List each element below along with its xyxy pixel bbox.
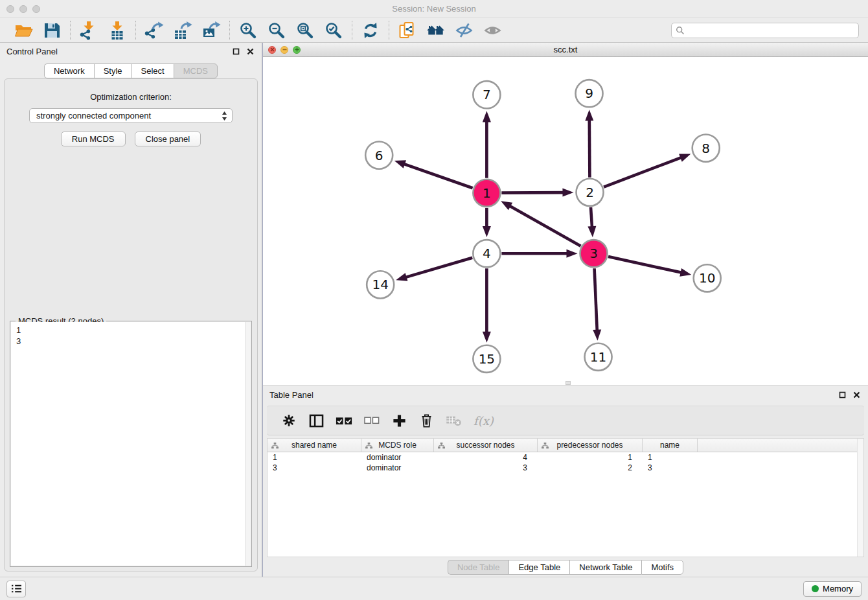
titlebar: Session: New Session [0,0,868,18]
close-panel-icon[interactable] [245,46,255,56]
zoom-fit-icon[interactable] [295,20,315,41]
table-cell[interactable]: dominator [361,452,434,463]
graph-node-8[interactable] [692,134,720,161]
graph-node-7[interactable] [473,81,500,108]
import-table-icon[interactable] [107,20,128,41]
toolbar-separator [352,21,352,40]
panel-mode-icon[interactable] [308,412,324,429]
canvas-resize-grip[interactable] [565,381,571,385]
graph-node-4[interactable] [473,240,500,267]
graph-edge-4-14[interactable] [405,258,473,277]
table-cell[interactable]: 3 [643,463,698,473]
main-toolbar [0,18,868,43]
toolbar-group [137,20,228,41]
table-cell[interactable]: 1 [538,452,643,463]
graph-edge-3-11[interactable] [595,268,597,330]
import-network-icon[interactable] [78,20,99,41]
network-graph: 7968124314101511 [263,57,868,386]
open-file-icon[interactable] [13,20,34,41]
toolbar-group [72,20,134,41]
table-row[interactable]: 3dominator323 [268,463,863,473]
tab-style[interactable]: Style [94,63,131,78]
table-cell[interactable]: 1 [268,452,361,463]
zoom-out-icon[interactable] [266,20,287,41]
column-header-name[interactable]: name [643,439,698,452]
table-scrollbar[interactable] [857,439,863,557]
delete-column-icon[interactable] [418,412,434,429]
table-panel-header: Table Panel [263,386,868,403]
table-cell[interactable]: 1 [643,452,698,463]
copy-network-icon[interactable] [397,20,418,41]
home-layout-icon[interactable] [426,20,446,41]
table-cell[interactable]: 2 [538,463,643,473]
create-column-icon[interactable] [391,412,407,429]
column-header-MCDS-role[interactable]: MCDS role [361,439,434,452]
criterion-select[interactable]: strongly connected component [29,108,233,123]
tab-mcds[interactable]: MCDS [174,63,218,78]
close-table-panel-icon[interactable] [851,389,862,400]
graph-node-2[interactable] [577,179,604,206]
refresh-view-icon[interactable] [360,20,381,41]
graph-edge-arrow-icon [679,154,691,161]
column-header-shared-name[interactable]: shared name [268,439,361,452]
save-session-icon[interactable] [41,20,62,41]
result-scrollbar[interactable] [245,322,251,566]
column-settings-icon[interactable] [281,412,297,429]
control-panel-title: Control Panel [6,47,227,56]
zoom-selected-icon[interactable] [323,20,344,41]
export-network-icon[interactable] [144,20,165,41]
graph-node-9[interactable] [576,80,603,107]
tab-select[interactable]: Select [131,63,174,78]
graph-node-1[interactable] [473,179,500,207]
window-title: Session: New Session [0,4,868,14]
main-region: Control Panel NetworkStyleSelectMCDS Opt… [0,43,868,577]
tab-motifs[interactable]: Motifs [641,560,683,575]
tab-network-table[interactable]: Network Table [569,560,641,575]
float-table-panel-icon[interactable] [837,389,847,400]
table-cell[interactable]: 3 [434,463,538,473]
export-image-icon[interactable] [201,20,222,41]
graph-node-14[interactable] [367,271,394,298]
search-input[interactable] [671,23,859,38]
export-table-icon[interactable] [172,20,193,41]
tab-network[interactable]: Network [44,63,94,78]
table-row[interactable]: 1dominator411 [268,452,863,463]
network-canvas[interactable]: 7968124314101511 [263,57,868,386]
graph-edge-3-1[interactable] [509,206,580,246]
column-sort-icon [542,442,549,451]
memory-button[interactable]: Memory [803,581,862,597]
graph-node-10[interactable] [694,264,721,292]
show-columns-icon[interactable] [336,412,352,429]
control-panel-header: Control Panel [0,43,262,60]
column-header-successor-nodes[interactable]: successor nodes [434,439,538,452]
graph-edge-2-3[interactable] [591,207,592,227]
toolbar-groups [6,20,510,41]
graph-node-11[interactable] [585,343,612,371]
column-header-predecessor-nodes[interactable]: predecessor nodes [538,439,643,452]
graph-edge-1-2[interactable] [501,192,564,193]
graph-edge-2-8[interactable] [604,157,681,187]
table-cell[interactable]: 4 [434,452,538,463]
mcds-buttons-row: Run MCDS Close panel [5,132,257,146]
run-mcds-button[interactable]: Run MCDS [61,132,126,146]
graph-node-6[interactable] [365,142,393,169]
show-graphics-details-icon[interactable] [454,20,475,41]
graph-node-3[interactable] [580,240,608,267]
graph-edge-3-10[interactable] [608,257,682,273]
task-history-icon[interactable] [6,581,26,597]
tab-node-table[interactable]: Node Table [448,560,509,575]
close-panel-button[interactable]: Close panel [135,132,201,146]
mcds-result-text[interactable]: 1 3 [11,322,251,566]
criterion-value: strongly connected component [36,111,151,121]
graph-edge-2-9[interactable] [589,119,590,177]
graph-edge-arrow-icon [501,201,512,210]
memory-label: Memory [823,584,853,594]
table-cell[interactable]: dominator [361,463,434,473]
table-cell[interactable]: 3 [268,463,361,473]
graph-node-15[interactable] [473,345,500,373]
tab-edge-table[interactable]: Edge Table [508,560,569,575]
graph-edge-1-6[interactable] [404,164,473,188]
zoom-in-icon[interactable] [238,20,258,41]
hide-columns-icon[interactable] [364,412,380,429]
float-panel-icon[interactable] [231,46,241,56]
